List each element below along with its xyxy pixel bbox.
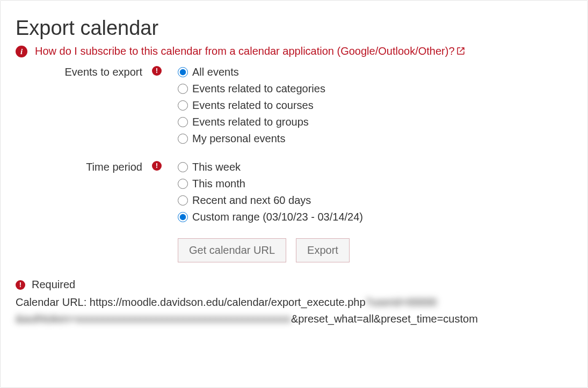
calendar-url-redacted: ?userid=00000 xyxy=(366,296,437,308)
calendar-url-part2: &preset_what=all&preset_time=custom xyxy=(291,313,478,325)
time-period-label-col: Time period ! xyxy=(16,160,178,173)
events-option[interactable]: Events related to categories xyxy=(178,83,572,95)
events-option-label: All events xyxy=(192,66,239,78)
required-icon: ! xyxy=(152,66,162,76)
events-radio[interactable] xyxy=(178,67,188,77)
events-radio[interactable] xyxy=(178,100,188,111)
required-note: ! Required xyxy=(16,279,572,291)
time-period-row: Time period ! This week This month Recen… xyxy=(16,160,572,228)
time-period-options: This week This month Recent and next 60 … xyxy=(178,160,572,228)
external-link-icon xyxy=(455,45,466,57)
required-icon: ! xyxy=(16,280,25,290)
get-calendar-url-button[interactable]: Get calendar URL xyxy=(178,238,286,262)
required-icon: ! xyxy=(152,161,162,171)
period-radio[interactable] xyxy=(178,195,188,206)
events-option[interactable]: My personal events xyxy=(178,133,572,145)
calendar-url-part1: https://moodle.davidson.edu/calendar/exp… xyxy=(90,296,366,308)
period-option[interactable]: Custom range (03/10/23 - 03/14/24) xyxy=(178,211,572,223)
events-radio[interactable] xyxy=(178,117,188,127)
calendar-url-prefix: Calendar URL: xyxy=(16,296,90,308)
page-title: Export calendar xyxy=(16,17,572,40)
events-option-label: My personal events xyxy=(192,133,285,145)
events-to-export-options: All events Events related to categories … xyxy=(178,65,572,149)
events-option-label: Events related to categories xyxy=(192,83,325,95)
period-option[interactable]: Recent and next 60 days xyxy=(178,194,572,207)
period-radio[interactable] xyxy=(178,162,188,172)
events-radio[interactable] xyxy=(178,84,188,94)
events-radio[interactable] xyxy=(178,134,188,144)
events-option[interactable]: Events related to groups xyxy=(178,116,572,128)
events-option[interactable]: All events xyxy=(178,66,572,78)
calendar-url-redacted: &authtoken=xxxxxxxxxxxxxxxxxxxxxxxxxxxxx… xyxy=(16,313,291,325)
events-option[interactable]: Events related to courses xyxy=(178,99,572,112)
export-button[interactable]: Export xyxy=(296,238,350,262)
events-to-export-label: Events to export xyxy=(64,66,142,78)
events-option-label: Events related to groups xyxy=(192,116,309,128)
period-option[interactable]: This month xyxy=(178,178,572,190)
period-option-label: This week xyxy=(192,161,241,173)
help-line: i How do I subscribe to this calendar fr… xyxy=(16,45,572,57)
events-to-export-label-col: Events to export ! xyxy=(16,65,178,78)
export-calendar-panel: Export calendar i How do I subscribe to … xyxy=(0,0,588,388)
calendar-url-output: Calendar URL: https://moodle.davidson.ed… xyxy=(16,294,572,327)
period-option-label: Recent and next 60 days xyxy=(192,194,311,207)
time-period-label: Time period xyxy=(86,161,142,173)
period-option-label: Custom range (03/10/23 - 03/14/24) xyxy=(192,211,363,223)
period-option[interactable]: This week xyxy=(178,161,572,173)
period-radio[interactable] xyxy=(178,179,188,189)
period-option-label: This month xyxy=(192,178,245,190)
subscribe-help-link[interactable]: How do I subscribe to this calendar from… xyxy=(35,45,466,57)
info-icon: i xyxy=(16,46,27,57)
action-buttons: Get calendar URL Export xyxy=(178,238,572,262)
subscribe-help-link-text: How do I subscribe to this calendar from… xyxy=(35,45,455,57)
events-option-label: Events related to courses xyxy=(192,99,314,112)
period-radio[interactable] xyxy=(178,212,188,222)
required-label: Required xyxy=(32,279,75,291)
events-to-export-row: Events to export ! All events Events rel… xyxy=(16,65,572,149)
